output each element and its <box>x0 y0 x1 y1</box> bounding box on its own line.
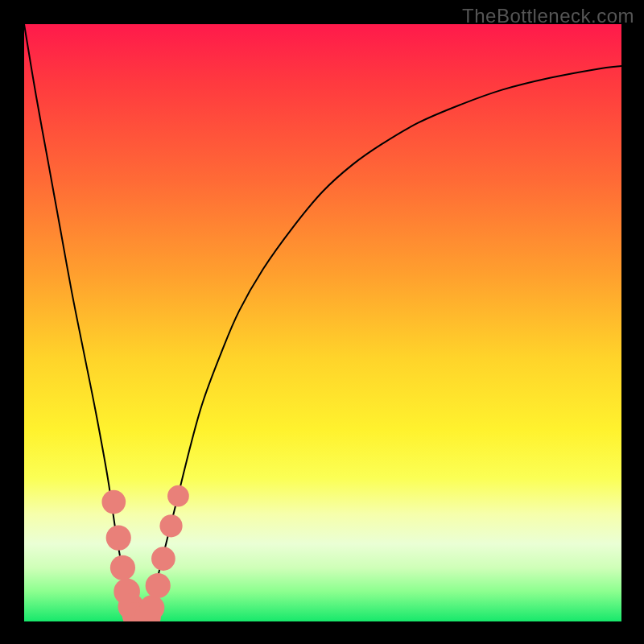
highlight-marker <box>106 526 131 551</box>
highlight-marker <box>146 573 171 598</box>
watermark-text: TheBottleneck.com <box>462 5 634 27</box>
highlight-marker <box>159 514 182 537</box>
plot-area <box>24 24 621 621</box>
chart-svg <box>24 24 621 621</box>
highlight-marker <box>151 547 175 571</box>
chart-frame: TheBottleneck.com <box>0 0 644 644</box>
highlight-marker <box>139 595 164 620</box>
highlight-marker <box>110 555 135 580</box>
highlight-marker <box>167 485 189 507</box>
highlight-marker <box>101 490 126 514</box>
